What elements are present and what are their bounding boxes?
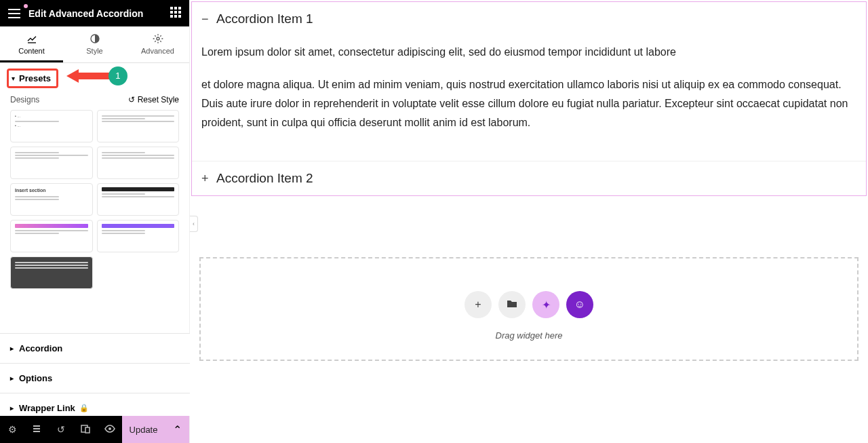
reset-style-button[interactable]: ↺ Reset Style	[128, 95, 179, 104]
preset-card[interactable]	[10, 147, 93, 179]
preset-card[interactable]: Insert section	[10, 183, 93, 216]
update-label: Update	[130, 425, 158, 435]
update-button[interactable]: Update	[122, 416, 165, 443]
section-presets-title: Presets	[19, 73, 51, 83]
presets-grid: …… Insert section	[0, 110, 189, 301]
accordion-widget[interactable]: − Accordion Item 1 Lorem ipsum dolor sit…	[191, 1, 867, 196]
svg-rect-5	[178, 11, 181, 14]
svg-rect-4	[174, 11, 177, 14]
sparkle-icon: ✦	[542, 298, 551, 311]
svg-rect-3	[170, 11, 173, 14]
svg-rect-12	[33, 428, 40, 429]
preview-canvas: ‹ − Accordion Item 1 Lorem ipsum dolor s…	[190, 0, 868, 443]
chevron-right-icon: ▸	[10, 404, 14, 412]
magic-button[interactable]: ☺	[566, 291, 593, 318]
annotation-step-badge: 1	[108, 66, 127, 85]
preset-card[interactable]	[97, 183, 180, 216]
section-presets-highlight[interactable]: ▾ Presets	[7, 69, 58, 88]
accordion-item-2-header[interactable]: + Accordion Item 2	[192, 161, 866, 195]
add-widget-button[interactable]: +	[465, 291, 492, 318]
chevron-right-icon: ▸	[10, 374, 14, 382]
preset-card[interactable]	[10, 256, 93, 289]
face-icon: ☺	[574, 298, 585, 311]
apps-grid-icon[interactable]	[170, 7, 181, 20]
svg-point-10	[157, 37, 159, 40]
section-wrapper-title: Wrapper Link	[19, 403, 75, 413]
svg-rect-15	[85, 427, 90, 433]
accordion-item-1-header[interactable]: − Accordion Item 1	[192, 2, 866, 36]
preset-card[interactable]: ……	[10, 110, 93, 142]
accordion-item-2: + Accordion Item 2	[192, 161, 866, 195]
navigator-icon[interactable]	[24, 424, 49, 436]
svg-rect-13	[33, 431, 40, 432]
accordion-body-paragraph: Lorem ipsum dolor sit amet, consectetur …	[201, 43, 856, 62]
designs-label: Designs	[10, 95, 39, 104]
tab-advanced[interactable]: Advanced	[126, 26, 189, 62]
svg-rect-11	[33, 425, 40, 427]
tab-content-label: Content	[18, 47, 45, 55]
svg-rect-1	[174, 7, 177, 9]
ai-button[interactable]: ✦	[532, 291, 559, 318]
svg-rect-8	[178, 15, 181, 18]
chevron-right-icon: ▸	[10, 345, 14, 352]
history-icon[interactable]: ↺	[49, 424, 73, 435]
reset-style-label: Reset Style	[138, 95, 179, 104]
drop-zone-text: Drag widget here	[201, 330, 857, 341]
panel-footer: ⚙ ↺ Update ⌃	[0, 416, 189, 443]
panel-collapse-handle[interactable]: ‹	[190, 216, 198, 232]
notification-dot	[24, 4, 28, 8]
tab-content[interactable]: Content	[0, 26, 63, 62]
section-accordion-title: Accordion	[19, 343, 62, 353]
panel-title: Edit Advanced Accordion	[28, 8, 170, 19]
tab-style-label: Style	[86, 47, 102, 55]
panel-tabs: Content Style Advanced	[0, 26, 189, 63]
preset-card[interactable]	[10, 220, 93, 252]
tab-style[interactable]: Style	[63, 26, 126, 62]
accordion-body-paragraph: et dolore magna aliqua. Ut enim ad minim…	[201, 75, 856, 132]
chevron-up-icon: ⌃	[173, 423, 182, 436]
preview-icon[interactable]	[98, 424, 122, 435]
accordion-item-1-body: Lorem ipsum dolor sit amet, consectetur …	[192, 36, 866, 161]
accordion-item-1-title: Accordion Item 1	[216, 12, 313, 26]
preset-card[interactable]	[97, 147, 180, 179]
preset-card[interactable]	[97, 220, 180, 252]
drop-zone-actions: + ✦ ☺	[201, 291, 857, 318]
plus-icon: +	[201, 172, 216, 186]
tab-advanced-label: Advanced	[141, 47, 174, 55]
preset-card[interactable]	[97, 110, 180, 142]
responsive-icon[interactable]	[73, 424, 98, 436]
section-options-title: Options	[19, 373, 52, 383]
settings-icon[interactable]: ⚙	[0, 424, 24, 435]
plus-icon: +	[475, 298, 481, 311]
panel-header: Edit Advanced Accordion	[0, 0, 189, 26]
annotation-arrow: 1	[64, 66, 127, 85]
svg-rect-0	[170, 7, 173, 9]
svg-rect-7	[174, 15, 177, 18]
undo-icon: ↺	[128, 95, 135, 104]
update-options-button[interactable]: ⌃	[165, 416, 189, 443]
accordion-item-2-title: Accordion Item 2	[216, 171, 313, 186]
lock-icon: 🔒	[79, 404, 89, 412]
svg-point-16	[108, 427, 111, 430]
drop-zone[interactable]: + ✦ ☺ Drag widget here	[199, 257, 859, 361]
minus-icon: −	[201, 12, 216, 26]
editor-sidebar: Edit Advanced Accordion Content Style Ad…	[0, 0, 190, 443]
svg-rect-6	[170, 15, 173, 18]
svg-rect-2	[178, 7, 181, 9]
folder-icon	[507, 298, 517, 311]
accordion-item-1: − Accordion Item 1 Lorem ipsum dolor sit…	[192, 2, 866, 161]
hamburger-icon[interactable]	[8, 9, 22, 18]
chevron-down-icon: ▾	[12, 75, 15, 82]
add-template-button[interactable]	[498, 291, 526, 318]
